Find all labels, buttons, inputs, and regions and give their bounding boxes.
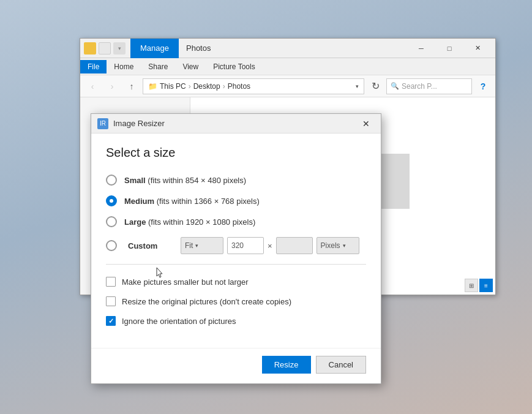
dialog-body: Select a size Small (fits within 854 × 4… xyxy=(91,134,381,348)
search-box[interactable]: 🔍 Search P... xyxy=(386,78,472,94)
fit-chevron-icon: ▾ xyxy=(195,243,198,249)
radio-medium-label: Medium (fits within 1366 × 768 pixels) xyxy=(124,197,260,206)
image-resizer-dialog[interactable]: IR Image Resizer ✕ Select a size Small (… xyxy=(91,113,381,384)
checkbox-orientation-box[interactable] xyxy=(106,316,116,326)
custom-fit-dropdown[interactable]: Fit ▾ xyxy=(181,237,223,254)
radio-medium-circle[interactable] xyxy=(106,195,117,206)
radio-option-small[interactable]: Small (fits within 854 × 480 pixels) xyxy=(106,175,366,186)
window-controls: ─ □ ✕ xyxy=(407,39,492,58)
maximize-button[interactable]: □ xyxy=(435,39,463,58)
radio-option-large[interactable]: Large (fits within 1920 × 1080 pixels) xyxy=(106,216,366,227)
custom-height-input[interactable] xyxy=(276,237,313,254)
path-sep-1: › xyxy=(189,82,191,91)
list-view-button[interactable]: ⊞ xyxy=(465,279,478,292)
cancel-button[interactable]: Cancel xyxy=(316,356,366,374)
custom-x-separator: × xyxy=(268,241,272,250)
address-bar: ‹ › ↑ 📁 This PC › Desktop › Photos ▾ ↻ 🔍… xyxy=(80,75,495,97)
toolbar-icon: ▾ xyxy=(113,42,126,55)
back-button[interactable]: ‹ xyxy=(84,78,101,95)
checkbox-smaller-box[interactable] xyxy=(106,277,116,287)
resize-button[interactable]: Resize xyxy=(262,356,311,374)
custom-unit-dropdown[interactable]: Pixels ▾ xyxy=(317,237,359,254)
menu-home[interactable]: Home xyxy=(107,60,141,73)
manage-tab[interactable]: Manage xyxy=(130,39,179,58)
path-desktop: Desktop xyxy=(193,82,220,91)
dialog-title-bar: IR Image Resizer ✕ xyxy=(91,114,381,134)
checkbox-smaller-label: Make pictures smaller but not larger xyxy=(122,277,249,287)
dialog-title: Image Resizer xyxy=(113,119,358,128)
checkbox-orientation-label: Ignore the orientation of pictures xyxy=(122,317,236,326)
radio-small-label: Small (fits within 854 × 480 pixels) xyxy=(124,176,246,185)
search-icon: 🔍 xyxy=(391,82,399,90)
refresh-button[interactable]: ↻ xyxy=(367,78,384,95)
page-icon xyxy=(99,42,111,55)
unit-chevron-icon: ▾ xyxy=(343,243,346,249)
address-path[interactable]: 📁 This PC › Desktop › Photos ▾ xyxy=(143,78,364,94)
dialog-app-icon: IR xyxy=(97,118,108,129)
minimize-button[interactable]: ─ xyxy=(407,39,435,58)
forward-button[interactable]: › xyxy=(103,78,121,95)
detail-view-button[interactable]: ≡ xyxy=(479,279,493,292)
up-button[interactable]: ↑ xyxy=(123,78,140,95)
explorer-title-bar: ▾ Manage Photos ─ □ ✕ xyxy=(80,39,495,58)
radio-custom-label: Custom xyxy=(128,241,177,250)
menu-file[interactable]: File xyxy=(80,60,107,73)
path-sep-2: › xyxy=(223,82,225,91)
custom-width-input[interactable]: 320 xyxy=(227,237,264,254)
title-bar-icons: ▾ xyxy=(84,42,126,55)
checkbox-no-copy-label: Resize the original pictures (don't crea… xyxy=(122,297,291,306)
checkbox-no-copy[interactable]: Resize the original pictures (don't crea… xyxy=(106,296,366,306)
dialog-footer: Resize Cancel xyxy=(91,348,381,383)
menu-bar: File Home Share View Picture Tools xyxy=(80,58,495,75)
radio-custom-circle[interactable] xyxy=(106,240,117,251)
radio-option-custom[interactable]: Custom Fit ▾ 320 × Pixels ▾ xyxy=(106,237,366,254)
search-placeholder: Search P... xyxy=(402,82,437,91)
close-button[interactable]: ✕ xyxy=(463,39,492,58)
menu-picture-tools[interactable]: Picture Tools xyxy=(206,60,262,73)
dialog-separator xyxy=(106,264,366,265)
folder-icon xyxy=(84,42,96,55)
menu-view[interactable]: View xyxy=(175,60,206,73)
checkbox-orientation[interactable]: Ignore the orientation of pictures xyxy=(106,316,366,326)
dialog-close-button[interactable]: ✕ xyxy=(358,115,375,132)
path-folder-icon: 📁 xyxy=(148,82,157,91)
dialog-heading: Select a size xyxy=(106,146,366,160)
menu-share[interactable]: Share xyxy=(141,60,175,73)
radio-large-circle[interactable] xyxy=(106,216,117,227)
help-button[interactable]: ? xyxy=(474,78,492,95)
photos-title: Photos xyxy=(179,43,218,53)
checkbox-smaller-only[interactable]: Make pictures smaller but not larger xyxy=(106,277,366,287)
radio-small-circle[interactable] xyxy=(106,175,117,186)
path-photos: Photos xyxy=(228,82,250,91)
radio-large-label: Large (fits within 1920 × 1080 pixels) xyxy=(124,217,255,227)
view-icons: ⊞ ≡ xyxy=(465,279,493,292)
radio-option-medium[interactable]: Medium (fits within 1366 × 768 pixels) xyxy=(106,195,366,206)
path-this-pc: This PC xyxy=(160,82,186,91)
checkbox-no-copy-box[interactable] xyxy=(106,296,116,306)
address-chevron-icon[interactable]: ▾ xyxy=(356,83,359,89)
